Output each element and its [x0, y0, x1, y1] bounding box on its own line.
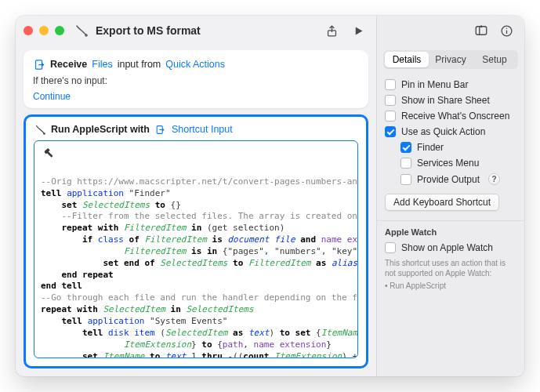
build-button[interactable] — [39, 144, 58, 160]
onscreen-row[interactable]: Receive What's Onscreen — [385, 108, 516, 124]
quick-actions-token[interactable]: Quick Actions — [165, 59, 225, 70]
window-title: Export to MS format — [96, 24, 201, 37]
apple-watch-section-title: Apple Watch — [385, 227, 516, 237]
services-label: Services Menu — [417, 158, 479, 169]
receive-label: Receive — [50, 59, 87, 70]
info-button[interactable] — [496, 21, 516, 40]
inspector-tabs: Details Privacy Setup — [383, 50, 518, 69]
quick-action-subgroup: Finder Services Menu Provide Output ? — [400, 140, 516, 187]
onscreen-label: Receive What's Onscreen — [401, 111, 509, 122]
share-sheet-row[interactable]: Show in Share Sheet — [385, 93, 516, 108]
provide-output-row[interactable]: Provide Output ? — [400, 171, 516, 187]
shortcut-icon — [74, 23, 89, 38]
window-controls — [24, 26, 64, 35]
finder-row[interactable]: Finder — [400, 140, 516, 155]
apple-watch-checkbox[interactable] — [385, 242, 396, 253]
svg-point-11 — [506, 27, 506, 28]
add-keyboard-shortcut-button[interactable]: Add Keyboard Shortcut — [385, 194, 499, 211]
svg-point-0 — [85, 34, 88, 37]
svg-rect-5 — [476, 27, 487, 35]
services-checkbox[interactable] — [400, 158, 411, 169]
app-window: Export to MS format Receive Files input … — [16, 16, 524, 376]
action-title: Run AppleScript with — [51, 124, 150, 135]
finder-checkbox[interactable] — [400, 142, 411, 153]
pin-label: Pin in Menu Bar — [401, 79, 468, 90]
editor-toolbar — [34, 141, 357, 162]
quick-action-row[interactable]: Use as Quick Action — [385, 124, 516, 140]
files-token[interactable]: Files — [92, 59, 112, 70]
input-from-label: input from — [118, 59, 161, 70]
titlebar: Export to MS format — [16, 16, 376, 45]
inspector-column: Details Privacy Setup Pin in Menu Bar Sh… — [376, 16, 524, 376]
pin-checkbox[interactable] — [385, 79, 396, 90]
apple-watch-note-1: This shortcut uses an action that is not… — [385, 258, 516, 278]
close-button[interactable] — [24, 26, 33, 35]
receive-card: Receive Files input from Quick Actions I… — [24, 50, 368, 108]
section-divider — [377, 220, 524, 221]
provide-output-label: Provide Output — [417, 174, 480, 185]
apple-watch-note-2: • Run AppleScript — [385, 281, 516, 291]
code-editor[interactable]: --Orig https://www.macscripter.net/t/con… — [34, 140, 358, 358]
zoom-button[interactable] — [55, 26, 64, 35]
svg-point-3 — [43, 132, 45, 135]
details-panel: Pin in Menu Bar Show in Share Sheet Rece… — [377, 75, 524, 299]
no-input-label: If there's no input: — [33, 75, 359, 86]
editor-body: Receive Files input from Quick Actions I… — [16, 45, 376, 376]
code-area[interactable]: --Orig https://www.macscripter.net/t/con… — [34, 162, 357, 358]
tab-privacy[interactable]: Privacy — [429, 52, 473, 67]
share-sheet-checkbox[interactable] — [385, 95, 396, 106]
shortcut-input-token[interactable]: Shortcut Input — [172, 124, 233, 135]
quick-action-checkbox[interactable] — [385, 126, 396, 137]
action-header: Run AppleScript with Shortcut Input — [26, 117, 366, 140]
share-button[interactable] — [321, 21, 342, 40]
shortcut-input-icon — [154, 123, 167, 136]
input-icon — [33, 58, 45, 71]
onscreen-checkbox[interactable] — [385, 111, 396, 122]
tab-details[interactable]: Details — [385, 52, 429, 67]
script-icon — [34, 123, 46, 136]
inspector-toolbar — [377, 16, 524, 45]
apple-watch-row[interactable]: Show on Apple Watch — [385, 240, 516, 256]
continue-token[interactable]: Continue — [33, 91, 71, 102]
finder-label: Finder — [417, 142, 444, 153]
apple-watch-label: Show on Apple Watch — [401, 242, 493, 253]
quick-action-label: Use as Quick Action — [401, 126, 485, 137]
tab-setup[interactable]: Setup — [473, 52, 516, 67]
applescript-action-card: Run AppleScript with Shortcut Input --Or… — [24, 114, 368, 368]
main-column: Export to MS format Receive Files input … — [16, 16, 376, 376]
share-sheet-label: Show in Share Sheet — [401, 95, 490, 106]
pin-menu-bar-row[interactable]: Pin in Menu Bar — [385, 77, 516, 93]
minimize-button[interactable] — [39, 26, 49, 35]
services-row[interactable]: Services Menu — [400, 155, 516, 171]
toggle-sidebar-button[interactable] — [471, 21, 491, 40]
provide-output-checkbox[interactable] — [400, 174, 411, 185]
help-icon[interactable]: ? — [488, 173, 500, 185]
run-button[interactable] — [348, 21, 368, 40]
